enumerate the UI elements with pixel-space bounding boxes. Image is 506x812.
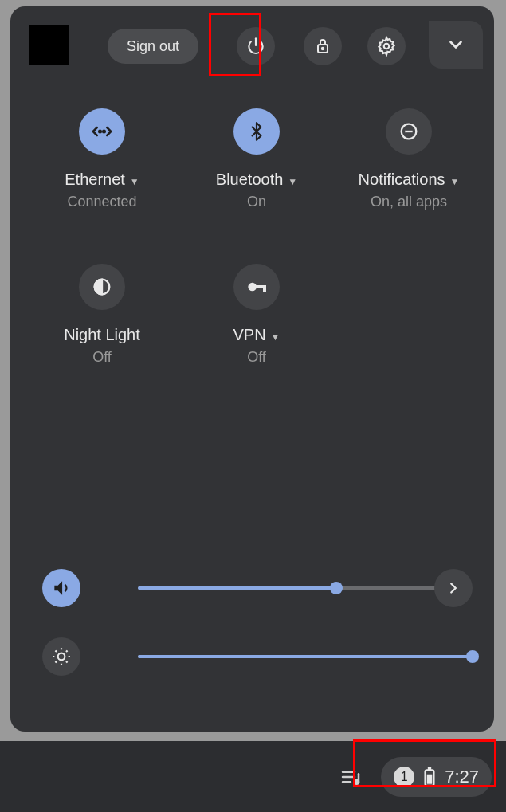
tile-network[interactable]: Ethernet▼ Connected [26, 108, 178, 210]
brightness-row [42, 633, 473, 681]
tile-label: Night Light [26, 326, 178, 344]
bluetooth-toggle[interactable] [233, 108, 280, 155]
tile-label: Bluetooth▼ [181, 171, 332, 189]
collapse-button[interactable] [429, 21, 483, 69]
do-not-disturb-icon [398, 120, 420, 143]
night-light-toggle[interactable] [79, 264, 125, 310]
network-toggle[interactable] [79, 108, 125, 155]
svg-point-4 [103, 131, 105, 133]
night-light-icon [91, 276, 113, 298]
settings-button[interactable] [367, 27, 406, 65]
svg-rect-9 [263, 285, 266, 292]
user-avatar[interactable] [29, 25, 69, 65]
tile-bluetooth[interactable]: Bluetooth▼ On [181, 108, 332, 210]
tile-night-light[interactable]: Night Light Off [26, 264, 178, 366]
svg-point-10 [58, 653, 65, 661]
svg-point-2 [384, 44, 390, 49]
svg-point-3 [99, 131, 101, 133]
vpn-key-icon [244, 274, 269, 300]
svg-point-1 [322, 48, 324, 49]
brightness-slider[interactable] [138, 655, 473, 658]
tile-status: On, all apps [333, 194, 484, 210]
tile-label: Ethernet▼ [26, 171, 178, 189]
annotation-highlight-tray [353, 739, 496, 787]
notifications-toggle[interactable] [386, 108, 432, 155]
tile-label: VPN▼ [181, 326, 332, 344]
tile-vpn[interactable]: VPN▼ Off [181, 264, 332, 366]
annotation-highlight-power [209, 13, 261, 76]
sign-out-button[interactable]: Sign out [108, 29, 198, 64]
tile-label: Notifications▼ [333, 171, 484, 189]
brightness-button[interactable] [42, 637, 80, 676]
lock-icon [313, 37, 332, 56]
quick-settings-panel: Sign out Ethernet▼ Connected Bluetooth▼ [10, 6, 494, 732]
svg-point-7 [248, 283, 257, 292]
tile-status: Off [26, 349, 178, 366]
ethernet-icon [90, 120, 114, 143]
chevron-right-icon [445, 579, 462, 597]
bluetooth-icon [246, 121, 267, 142]
gear-icon [376, 36, 397, 57]
audio-output-button[interactable] [434, 569, 473, 607]
lock-button[interactable] [304, 27, 342, 65]
volume-row [42, 564, 473, 612]
chevron-down-icon [445, 34, 466, 55]
slider-fill [138, 655, 473, 658]
slider-fill [138, 586, 336, 590]
volume-icon [51, 578, 72, 598]
tile-status: On [181, 194, 332, 210]
brightness-icon [51, 646, 72, 667]
tile-status: Connected [26, 194, 178, 210]
slider-thumb[interactable] [330, 582, 343, 594]
volume-mute-button[interactable] [42, 569, 80, 607]
tile-notifications[interactable]: Notifications▼ On, all apps [333, 108, 484, 210]
slider-thumb[interactable] [466, 650, 479, 663]
tile-status: Off [181, 349, 332, 366]
vpn-toggle[interactable] [233, 264, 280, 310]
volume-slider[interactable] [138, 586, 439, 590]
